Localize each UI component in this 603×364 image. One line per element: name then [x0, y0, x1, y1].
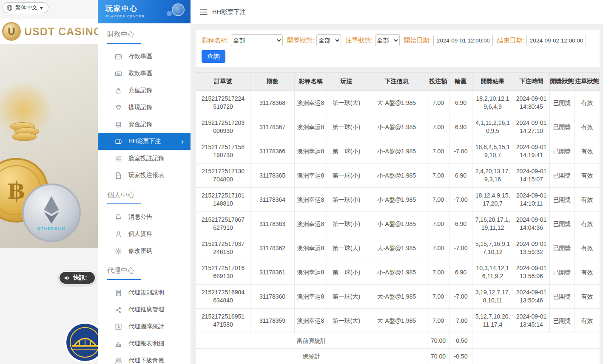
sidebar-item-label: 玩家投注報表: [128, 172, 164, 179]
bar-chart-icon: [115, 340, 122, 347]
brand-panel: 繁体中文 ▾ U USDT CASINO ฿ ETHEREUM 快訊:: [0, 0, 98, 364]
cell-bet-time: 2024-09-01 13:56:06: [513, 260, 550, 285]
cell-draw-status: 已開獎: [550, 260, 575, 285]
cell-order-no: 2152172517224510720: [196, 91, 250, 115]
table-row: 215217251703724615031178362澳洲幸运8第一球(大)大-…: [196, 236, 600, 260]
ball-decor-icon: [172, 3, 185, 16]
column-header: 下注時間: [513, 73, 550, 91]
cell-play-type: 第一球(小): [327, 115, 366, 139]
sidebar-item[interactable]: 修改密碼: [98, 243, 191, 260]
cell-bet-time: 2024-09-01 14:30:45: [513, 91, 550, 115]
cell-lottery-name: 澳洲幸运8: [295, 212, 327, 236]
sidebar-item-label: HH彩票下注: [128, 138, 161, 145]
cell-lottery-name: 澳洲幸运8: [295, 115, 327, 139]
cell-draw-status: 已開獎: [550, 236, 575, 260]
people-icon: [115, 357, 122, 364]
lottery-ticket-icon: [115, 138, 122, 145]
promo-photo: ฿ ETHEREUM: [0, 44, 98, 248]
cell-play-type: 第一球(大): [327, 285, 366, 309]
cell-draw-status: 已開獎: [550, 188, 575, 212]
cell-bet-info: 大-A盤@1.985: [366, 236, 427, 260]
cell-period: 31178359: [250, 309, 295, 333]
cell-draw-result: 4,1,11,2,16,10,9,5: [472, 115, 513, 139]
menu-toggle-icon[interactable]: [200, 9, 208, 15]
summary-winloss-total: -0.50: [449, 333, 472, 349]
sidebar-item[interactable]: 資金記錄: [98, 116, 191, 133]
cell-period: 31178367: [250, 115, 295, 139]
sidebar-item[interactable]: 代理團隊統計: [98, 318, 191, 335]
sidebar-item[interactable]: 廳室投註記錄: [98, 150, 191, 167]
news-ticker-button[interactable]: 快訊:: [59, 271, 96, 285]
sidebar-item[interactable]: HH彩票下注›: [98, 133, 191, 150]
sidebar-item-label: 代理團隊統計: [128, 323, 164, 330]
lottery-name-label: 彩種名稱:: [202, 37, 229, 45]
table-row: 215217251701668913031178361澳洲幸运8第一球(小)小-…: [196, 260, 600, 285]
sidebar-item-label: 消息公告: [128, 213, 152, 221]
sidebar-item-label: 代理規則說明: [128, 289, 164, 296]
end-date-input[interactable]: [526, 35, 586, 46]
column-header: 玩法: [327, 73, 366, 91]
sidebar-item[interactable]: 消息公告: [98, 209, 191, 226]
sidebar-item[interactable]: 代理規則說明: [98, 284, 191, 301]
cell-order-status: 有效: [575, 309, 600, 333]
column-header: 下注信息: [366, 73, 427, 91]
sidebar-item[interactable]: 代理推廣管理: [98, 301, 191, 318]
cell-bet-time: 2024-09-01 13:50:46: [513, 285, 550, 309]
chevron-right-icon: ›: [181, 138, 184, 145]
cell-lottery-name: 澳洲幸运8: [295, 260, 327, 285]
sidebar-item-label: 個人資料: [128, 230, 152, 238]
sidebar-item[interactable]: 代理報表明細: [98, 335, 191, 352]
sidebar-item[interactable]: 充值記錄: [98, 82, 191, 99]
sidebar-item[interactable]: 提現記錄: [98, 99, 191, 116]
sidebar: 玩家中心 PLAYERS CENTER 財務中心存款專區取款專區充值記錄提現記錄…: [98, 0, 191, 364]
recharge-bag-icon: [115, 87, 122, 94]
end-date-label: 結束日期:: [497, 37, 524, 45]
sidebar-item[interactable]: 存款專區: [98, 48, 191, 65]
table-row: 215217251713070480031178365澳洲幸运8第一球(小)小-…: [196, 164, 600, 188]
cell-bet-time: 2024-09-01 13:59:32: [513, 236, 550, 260]
deposit-card-icon: [115, 53, 122, 60]
query-button[interactable]: 查詢: [202, 50, 225, 63]
cell-draw-status: 已開獎: [550, 164, 575, 188]
news-ticker-label: 快訊:: [73, 274, 87, 282]
sidebar-item[interactable]: 玩家投注報表: [98, 167, 191, 184]
draw-status-select[interactable]: 全部: [316, 34, 341, 46]
cell-bet-amount: 7.00: [427, 139, 449, 164]
cell-lottery-name: 澳洲幸运8: [295, 236, 327, 260]
cell-draw-result: 18,2,10,12,19,6,4,9: [472, 91, 513, 115]
summary-empty: [472, 333, 600, 349]
section-heading: 代理中心: [98, 266, 191, 280]
cell-order-status: 有效: [575, 260, 600, 285]
cell-order-no: 2152172517158190730: [196, 139, 250, 164]
cell-lottery-name: 澳洲幸运8: [295, 164, 327, 188]
column-header: 期數: [250, 73, 295, 91]
room-records-icon: [115, 155, 122, 162]
withdraw-banknote-icon: [115, 70, 122, 77]
draw-status-label: 開獎狀態:: [287, 37, 314, 45]
cell-order-status: 有效: [575, 139, 600, 164]
cell-order-status: 有效: [575, 212, 600, 236]
section-heading: 個人中心: [98, 191, 191, 204]
cell-order-no: 2152172517016689130: [196, 260, 250, 285]
start-date-input[interactable]: [433, 35, 493, 46]
sidebar-item[interactable]: 取款專區: [98, 65, 191, 82]
cell-play-type: 第一球(大): [327, 91, 366, 115]
order-status-label: 注單狀態:: [345, 37, 373, 45]
order-status-select[interactable]: 全部: [375, 34, 400, 46]
sidebar-item[interactable]: 代理下級會員: [98, 352, 191, 364]
cell-lottery-name: 澳洲幸运8: [295, 188, 327, 212]
sidebar-item[interactable]: 個人資料: [98, 226, 191, 243]
sidebar-item-label: 代理報表明細: [128, 340, 164, 347]
cell-bet-info: 小-A盤@1.985: [366, 212, 427, 236]
language-selector[interactable]: 繁体中文 ▾: [3, 2, 48, 13]
cell-play-type: 第一球(小): [327, 164, 366, 188]
cell-draw-result: 10,3,14,12,16,11,9,2: [472, 260, 513, 285]
lottery-name-select[interactable]: 全部: [231, 34, 283, 46]
sidebar-item-label: 代理下級會員: [128, 357, 164, 364]
cashout-gem-icon: [115, 104, 122, 111]
cell-bet-time: 2024-09-01 14:19:41: [513, 139, 550, 164]
cell-bet-info: 大-A盤@1.985: [366, 309, 427, 333]
cell-order-no: 2152172517130704800: [196, 164, 250, 188]
cell-play-type: 第一球(大): [327, 309, 366, 333]
column-header: 輸贏: [449, 73, 472, 91]
